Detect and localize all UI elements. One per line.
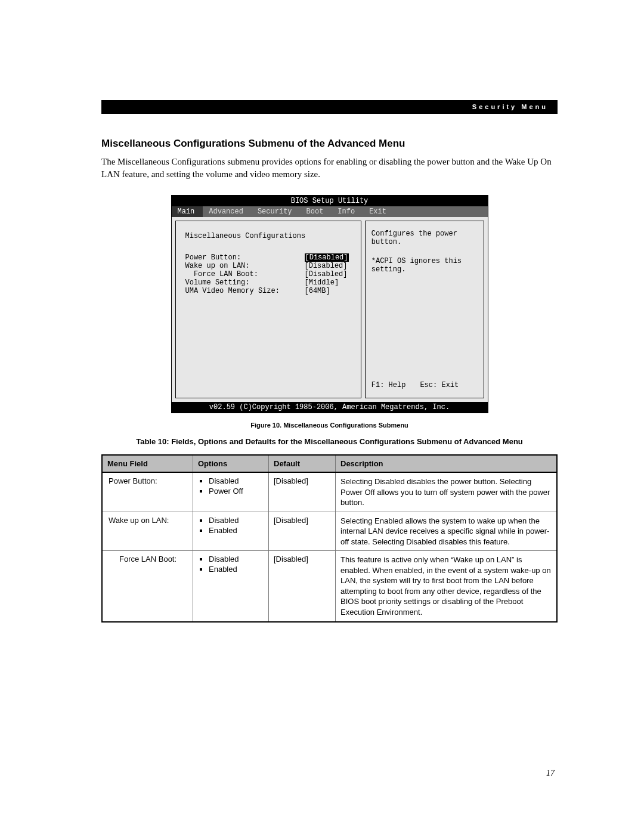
bios-left-pane: Miscellaneous Configurations Power Butto… bbox=[175, 221, 361, 398]
bios-submenu-title: Miscellaneous Configurations bbox=[185, 232, 355, 240]
section-title: Miscellaneous Configurations Submenu of … bbox=[101, 138, 558, 150]
bios-body: Miscellaneous Configurations Power Butto… bbox=[172, 217, 488, 402]
bios-tab-bar: MainAdvancedSecurityBootInfoExit bbox=[172, 206, 488, 217]
cell-description: This feature is active only when “Wake u… bbox=[336, 551, 558, 622]
cell-default: [Disabled] bbox=[269, 472, 336, 512]
options-table: Menu Field Options Default Description P… bbox=[101, 454, 558, 623]
cell-options: DisabledEnabled bbox=[193, 551, 269, 622]
section-header-bar: Security Menu bbox=[101, 100, 558, 113]
bios-tab: Exit bbox=[363, 206, 395, 217]
option-item: Enabled bbox=[209, 565, 264, 574]
bios-footer: v02.59 (C)Copyright 1985-2006, American … bbox=[172, 402, 488, 413]
bios-setting-value: [Middle] bbox=[305, 278, 339, 287]
th-description: Description bbox=[336, 455, 558, 472]
table-row: Wake up on LAN:DisabledEnabled[Disabled]… bbox=[102, 512, 557, 551]
bios-help-line2: *ACPI OS ignores this setting. bbox=[371, 257, 478, 274]
cell-menu-field: Wake up on LAN: bbox=[102, 512, 193, 551]
bios-setting-value: [Disabled] bbox=[305, 270, 348, 278]
cell-options: DisabledPower Off bbox=[193, 472, 269, 512]
bios-tab: Security bbox=[252, 206, 301, 217]
header-rule bbox=[101, 113, 558, 114]
option-item: Disabled bbox=[209, 516, 264, 525]
cell-menu-field: Power Button: bbox=[102, 472, 193, 512]
figure-caption: Figure 10. Miscellaneous Configurations … bbox=[101, 422, 558, 429]
bios-setting-row: UMA Video Memory Size:[64MB] bbox=[185, 287, 355, 295]
option-item: Power Off bbox=[209, 487, 264, 496]
cell-menu-field: Force LAN Boot: bbox=[102, 551, 193, 622]
bios-setting-label: Volume Setting: bbox=[185, 278, 305, 287]
bios-key-exit: Esc: Exit bbox=[420, 381, 459, 389]
cell-default: [Disabled] bbox=[269, 551, 336, 622]
bios-right-pane: Configures the power button. *ACPI OS ig… bbox=[365, 221, 484, 398]
th-default: Default bbox=[269, 455, 336, 472]
bios-setting-label: Power Button: bbox=[185, 253, 305, 262]
table-caption: Table 10: Fields, Options and Defaults f… bbox=[101, 437, 558, 446]
bios-title: BIOS Setup Utility bbox=[172, 196, 488, 206]
option-item: Enabled bbox=[209, 526, 264, 535]
bios-tab: Info bbox=[332, 206, 363, 217]
cell-description: Selecting Enabled allows the system to w… bbox=[336, 512, 558, 551]
table-header-row: Menu Field Options Default Description bbox=[102, 455, 557, 472]
table-row: Force LAN Boot:DisabledEnabled[Disabled]… bbox=[102, 551, 557, 622]
section-header-label: Security Menu bbox=[472, 103, 548, 110]
page-number: 17 bbox=[546, 769, 555, 778]
bios-setting-value: [Disabled] bbox=[305, 253, 349, 262]
bios-setting-label: Force LAN Boot: bbox=[185, 270, 305, 278]
bios-setting-label: Wake up on LAN: bbox=[185, 262, 305, 270]
bios-key-hints: F1: Help Esc: Exit bbox=[371, 381, 478, 389]
bios-setting-row: Volume Setting:[Middle] bbox=[185, 278, 355, 287]
th-menu-field: Menu Field bbox=[102, 455, 193, 472]
th-options: Options bbox=[193, 455, 269, 472]
bios-help-text: Configures the power button. *ACPI OS ig… bbox=[371, 230, 478, 276]
bios-key-help: F1: Help bbox=[371, 381, 406, 389]
cell-options: DisabledEnabled bbox=[193, 512, 269, 551]
bios-tab: Main bbox=[172, 206, 203, 217]
bios-tab: Boot bbox=[301, 206, 332, 217]
bios-tab: Advanced bbox=[203, 206, 252, 217]
bios-setting-label: UMA Video Memory Size: bbox=[185, 287, 305, 295]
cell-default: [Disabled] bbox=[269, 512, 336, 551]
cell-description: Selecting Disabled disables the power bu… bbox=[336, 472, 558, 512]
bios-setting-row: Force LAN Boot:[Disabled] bbox=[185, 270, 355, 278]
bios-setting-row: Power Button:[Disabled] bbox=[185, 253, 355, 262]
bios-help-line1: Configures the power button. bbox=[371, 230, 478, 246]
table-row: Power Button:DisabledPower Off[Disabled]… bbox=[102, 472, 557, 512]
bios-setting-value: [64MB] bbox=[305, 287, 330, 295]
bios-setting-row: Wake up on LAN:[Disabled] bbox=[185, 262, 355, 270]
option-item: Disabled bbox=[209, 476, 264, 485]
bios-screenshot: BIOS Setup Utility MainAdvancedSecurityB… bbox=[171, 195, 488, 413]
section-paragraph: The Miscellaneous Configurations submenu… bbox=[101, 156, 558, 181]
bios-setting-value: [Disabled] bbox=[305, 262, 348, 270]
option-item: Disabled bbox=[209, 555, 264, 563]
